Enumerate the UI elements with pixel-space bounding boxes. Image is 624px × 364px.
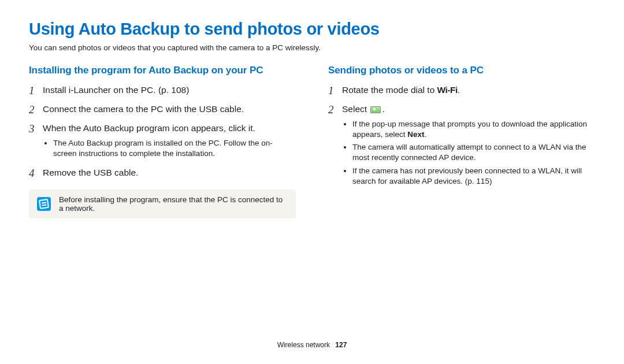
intro-text: You can send photos or videos that you c… [29,43,595,52]
note-box: Before installing the program, ensure th… [29,190,296,218]
step-item: 2 Select . If the pop-up message that pr… [328,103,595,189]
step-prefix: Select [342,104,369,114]
content-columns: Installing the program for Auto Backup o… [29,65,595,218]
step-body: When the Auto Backup program icon appear… [43,122,296,161]
step-number: 2 [328,103,342,189]
step-item: 1 Install i-Launcher on the PC. (p. 108) [29,84,296,98]
note-text: Before installing the program, ensure th… [59,195,288,213]
note-icon [37,197,51,211]
step-number: 3 [29,122,43,161]
step-suffix: . [458,85,460,95]
step-number: 1 [328,84,342,98]
step-item: 4 Remove the USB cable. [29,167,296,180]
step-body: Connect the camera to the PC with the US… [43,103,244,117]
step-body: Select . If the pop-up message that prom… [342,103,595,189]
step-body: Install i-Launcher on the PC. (p. 108) [43,84,189,98]
right-heading: Sending photos or videos to a PC [328,65,595,76]
step-body: Rotate the mode dial to Wi-Fi. [342,84,460,98]
right-column: Sending photos or videos to a PC 1 Rotat… [328,65,595,218]
step-body: Remove the USB cable. [43,167,138,180]
step-bullet: The Auto Backup program is installed on … [53,138,296,159]
step-bullet: If the pop-up message that prompts you t… [352,119,595,140]
step-item: 3 When the Auto Backup program icon appe… [29,122,296,161]
step-suffix: . [382,104,384,114]
page-title: Using Auto Backup to send photos or vide… [29,20,595,39]
left-column: Installing the program for Auto Backup o… [29,65,296,218]
left-heading: Installing the program for Auto Backup o… [29,65,296,76]
step-number: 4 [29,167,43,180]
step-prefix: Rotate the mode dial to [342,85,437,95]
step-item: 2 Connect the camera to the PC with the … [29,103,296,117]
step-number: 1 [29,84,43,98]
pc-backup-icon [370,106,381,113]
step-item: 1 Rotate the mode dial to Wi-Fi. [328,84,595,98]
step-bullet: The camera will automatically attempt to… [352,142,595,163]
footer-section: Wireless network [277,341,330,349]
right-steps: 1 Rotate the mode dial to Wi-Fi. 2 Selec… [328,84,595,189]
step-number: 2 [29,103,43,117]
step-text: When the Auto Backup program icon appear… [43,123,255,133]
page-footer: Wireless network 127 [0,341,624,349]
left-steps: 1 Install i-Launcher on the PC. (p. 108)… [29,84,296,180]
wifi-label: Wi-Fi [437,85,458,95]
footer-page-number: 127 [335,341,347,349]
step-bullet: If the camera has not previously been co… [352,166,595,187]
